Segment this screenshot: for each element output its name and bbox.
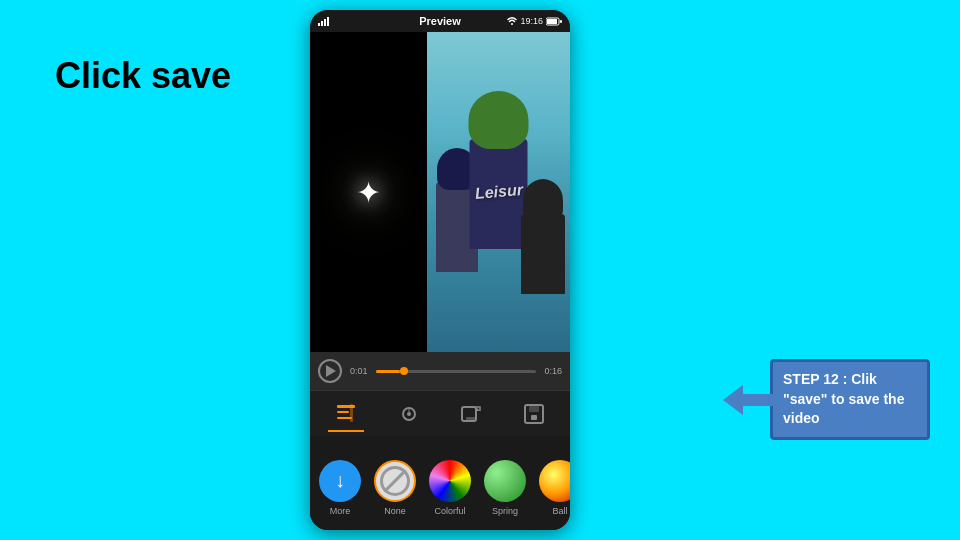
svg-rect-10 xyxy=(350,404,353,422)
filter-spring-circle xyxy=(484,460,526,502)
effect-tool-button[interactable] xyxy=(391,396,427,432)
svg-rect-9 xyxy=(337,417,352,419)
callout-box: STEP 12 : Clik "save" to save the video xyxy=(770,359,930,440)
bottom-toolbar xyxy=(310,390,570,436)
callout-arrow xyxy=(723,385,783,415)
scrubber-handle[interactable] xyxy=(400,367,408,375)
timeline-bar[interactable]: 0:01 0:16 xyxy=(310,352,570,390)
svg-rect-2 xyxy=(324,19,326,26)
battery-icon xyxy=(546,17,562,26)
status-left-icons xyxy=(318,16,332,26)
svg-rect-8 xyxy=(337,411,349,413)
play-triangle-icon xyxy=(326,365,336,377)
instruction-label: Click save xyxy=(55,55,231,97)
slash-icon xyxy=(380,466,410,496)
filter-colorful[interactable]: Colorful xyxy=(425,460,475,516)
svg-rect-1 xyxy=(321,21,323,26)
people-photo: Leisur xyxy=(427,32,570,352)
svg-rect-14 xyxy=(466,417,476,421)
sticker-tool-button[interactable] xyxy=(453,396,489,432)
save-tool-button[interactable] xyxy=(516,396,552,432)
person-bg-right xyxy=(515,152,570,352)
svg-rect-6 xyxy=(560,20,562,23)
scrubber-track[interactable] xyxy=(376,370,537,373)
time-display: 19:16 xyxy=(520,16,543,26)
callout-text: STEP 12 : Clik "save" to save the video xyxy=(783,371,904,426)
filter-spring-label: Spring xyxy=(492,506,518,516)
scrubber-fill xyxy=(376,370,400,373)
filter-none-circle xyxy=(374,460,416,502)
play-button[interactable] xyxy=(318,359,342,383)
save-icon xyxy=(522,402,546,426)
phone-mockup: Preview 19:16 xyxy=(310,10,570,530)
filter-ball-circle xyxy=(539,460,570,502)
video-preview: Leisur xyxy=(310,32,570,352)
filter-more[interactable]: ↓ More xyxy=(315,460,365,516)
light-burst xyxy=(339,162,399,222)
status-title: Preview xyxy=(419,15,461,27)
svg-rect-5 xyxy=(547,19,557,24)
svg-rect-17 xyxy=(531,415,537,420)
filter-colorful-circle xyxy=(429,460,471,502)
effect-icon xyxy=(397,402,421,426)
sticker-icon xyxy=(459,402,483,426)
download-icon: ↓ xyxy=(335,469,345,492)
filter-ball[interactable]: Ball xyxy=(535,460,570,516)
filter-more-circle: ↓ xyxy=(319,460,361,502)
wifi-icon xyxy=(507,16,517,26)
svg-rect-0 xyxy=(318,23,320,26)
filter-none-label: None xyxy=(384,506,406,516)
filter-none[interactable]: None xyxy=(370,460,420,516)
filter-spring[interactable]: Spring xyxy=(480,460,530,516)
trim-tool-button[interactable] xyxy=(328,396,364,432)
signal-icon xyxy=(318,16,332,26)
svg-rect-3 xyxy=(327,17,329,26)
filter-more-label: More xyxy=(330,506,351,516)
arrow-body xyxy=(743,394,783,406)
video-left-panel xyxy=(310,32,427,352)
status-bar: Preview 19:16 xyxy=(310,10,570,32)
arrow-head xyxy=(723,385,743,415)
filter-colorful-label: Colorful xyxy=(434,506,465,516)
trim-icon xyxy=(334,401,358,425)
filters-row: ↓ More None Colorful Spring Ball xyxy=(310,436,570,530)
filter-ball-label: Ball xyxy=(552,506,567,516)
current-time: 0:01 xyxy=(350,366,368,376)
svg-rect-16 xyxy=(529,405,539,412)
video-right-panel: Leisur xyxy=(427,32,570,352)
status-right-icons: 19:16 xyxy=(507,16,562,26)
total-time: 0:16 xyxy=(544,366,562,376)
